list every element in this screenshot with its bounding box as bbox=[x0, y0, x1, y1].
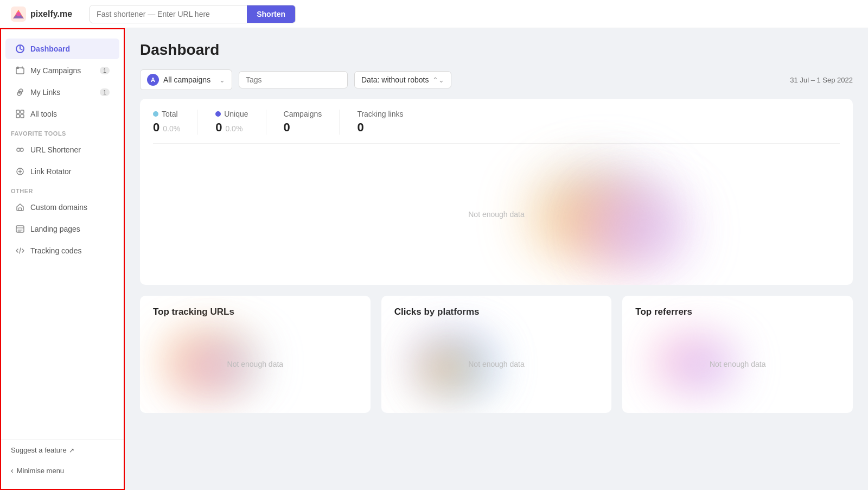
stat-tracking-label: Tracking links bbox=[357, 110, 403, 118]
sidebar-label-custom-domains: Custom domains bbox=[30, 203, 87, 212]
svg-point-3 bbox=[16, 12, 21, 16]
stat-unique: Unique 0 0.0% bbox=[215, 110, 266, 135]
sidebar: Dashboard My Campaigns 1 bbox=[0, 28, 125, 490]
date-range: 31 Jul – 1 Sep 2022 bbox=[790, 76, 853, 84]
sidebar-item-link-rotator[interactable]: Link Rotator bbox=[5, 161, 119, 182]
card2-blob-orange bbox=[416, 345, 476, 391]
suggest-feature-link[interactable]: Suggest a feature ↗ bbox=[11, 446, 114, 454]
minimise-menu-button[interactable]: ‹ Minimise menu bbox=[1, 461, 124, 480]
stat-campaigns: Campaigns 0 bbox=[284, 110, 340, 135]
sidebar-item-custom-domains[interactable]: Custom domains bbox=[5, 197, 119, 218]
layout: Dashboard My Campaigns 1 bbox=[0, 28, 868, 490]
sidebar-label-all-tools: All tools bbox=[30, 110, 57, 118]
svg-rect-6 bbox=[16, 67, 19, 69]
sidebar-item-tracking-codes[interactable]: Tracking codes bbox=[5, 240, 119, 261]
favorite-tools-section-label: FAVORITE TOOLS bbox=[1, 125, 124, 139]
stat-unique-label: Unique bbox=[215, 110, 248, 118]
sidebar-label-url-shortener: URL Shortener bbox=[30, 145, 81, 154]
sidebar-label-link-rotator: Link Rotator bbox=[30, 167, 71, 176]
stat-unique-value: 0 0.0% bbox=[215, 120, 248, 135]
tracking-codes-icon bbox=[15, 246, 25, 256]
links-icon bbox=[15, 87, 25, 97]
data-select[interactable]: Data: without robots ⌃⌄ bbox=[354, 71, 451, 88]
svg-rect-8 bbox=[21, 110, 24, 113]
all-tools-icon bbox=[15, 109, 25, 119]
not-enough-data-label: Not enough data bbox=[468, 210, 525, 219]
chevron-up-down-icon: ⌃⌄ bbox=[432, 76, 444, 84]
shorten-button[interactable]: Shorten bbox=[247, 5, 295, 23]
total-dot bbox=[153, 111, 158, 117]
campaign-select[interactable]: A All campaigns ⌄ bbox=[140, 69, 232, 90]
chart-blob-lavender bbox=[599, 198, 686, 263]
unique-dot bbox=[215, 111, 221, 117]
stat-tracking: Tracking links 0 bbox=[357, 110, 420, 135]
main-chart-area: Not enough data bbox=[153, 155, 840, 274]
sidebar-label-dashboard: Dashboard bbox=[30, 44, 70, 53]
external-link-icon: ↗ bbox=[69, 447, 74, 454]
top-referrers-title: Top referrers bbox=[635, 307, 840, 317]
custom-domains-icon bbox=[15, 202, 25, 212]
sidebar-bottom: Suggest a feature ↗ bbox=[1, 439, 124, 461]
sidebar-item-my-links[interactable]: My Links 1 bbox=[5, 82, 119, 103]
logo-icon bbox=[11, 7, 26, 22]
url-input[interactable] bbox=[90, 5, 247, 23]
stats-card: Total 0 0.0% Unique 0 0.0% bbox=[140, 99, 853, 285]
svg-rect-9 bbox=[16, 114, 20, 118]
campaign-avatar: A bbox=[147, 74, 159, 86]
sidebar-label-my-campaigns: My Campaigns bbox=[30, 66, 81, 75]
chevron-down-icon: ⌄ bbox=[219, 76, 225, 84]
minimise-label: Minimise menu bbox=[17, 467, 64, 475]
tags-input[interactable] bbox=[239, 71, 348, 88]
bottom-cards-row: Top tracking URLs Not enough data Clicks… bbox=[140, 296, 853, 413]
stat-campaigns-label: Campaigns bbox=[284, 110, 322, 118]
stat-total-value: 0 0.0% bbox=[153, 120, 180, 135]
card1-not-enough: Not enough data bbox=[227, 360, 284, 368]
topbar: pixelfy.me Shorten bbox=[0, 0, 868, 28]
stats-row: Total 0 0.0% Unique 0 0.0% bbox=[153, 110, 840, 144]
sidebar-item-landing-pages[interactable]: Landing pages bbox=[5, 219, 119, 239]
clicks-by-platforms-card: Clicks by platforms Not enough data bbox=[381, 296, 612, 413]
unique-pct: 0.0% bbox=[225, 124, 242, 133]
campaigns-icon bbox=[15, 66, 25, 75]
sidebar-item-url-shortener[interactable]: URL Shortener bbox=[5, 139, 119, 160]
sidebar-item-my-campaigns[interactable]: My Campaigns 1 bbox=[5, 60, 119, 81]
top-referrers-chart: Not enough data bbox=[635, 326, 840, 402]
url-shortener-icon bbox=[15, 145, 25, 155]
link-rotator-icon bbox=[15, 167, 25, 176]
clicks-by-platforms-title: Clicks by platforms bbox=[394, 307, 599, 317]
filters-row: A All campaigns ⌄ Data: without robots ⌃… bbox=[140, 69, 853, 90]
top-tracking-urls-card: Top tracking URLs Not enough data bbox=[140, 296, 371, 413]
stat-campaigns-value: 0 bbox=[284, 120, 322, 135]
sidebar-label-landing-pages: Landing pages bbox=[30, 225, 80, 233]
my-links-badge: 1 bbox=[100, 88, 110, 96]
svg-rect-10 bbox=[21, 114, 24, 118]
stat-total-label: Total bbox=[153, 110, 180, 118]
dashboard-icon bbox=[15, 44, 25, 54]
other-section-label: OTHER bbox=[1, 182, 124, 196]
stat-total: Total 0 0.0% bbox=[153, 110, 198, 135]
top-referrers-card: Top referrers Not enough data bbox=[622, 296, 853, 413]
campaign-label: All campaigns bbox=[163, 75, 210, 84]
card2-not-enough: Not enough data bbox=[468, 360, 525, 368]
logo-text: pixelfy.me bbox=[30, 9, 72, 19]
suggest-feature-label: Suggest a feature bbox=[11, 446, 67, 454]
top-tracking-urls-chart: Not enough data bbox=[153, 326, 358, 402]
top-tracking-urls-title: Top tracking URLs bbox=[153, 307, 358, 317]
chevron-left-icon: ‹ bbox=[11, 466, 14, 475]
total-pct: 0.0% bbox=[163, 124, 180, 133]
sidebar-label-tracking-codes: Tracking codes bbox=[30, 246, 81, 255]
sidebar-label-my-links: My Links bbox=[30, 88, 60, 97]
my-campaigns-badge: 1 bbox=[100, 67, 110, 74]
data-label: Data: without robots bbox=[361, 75, 429, 84]
sidebar-item-dashboard[interactable]: Dashboard bbox=[5, 39, 119, 59]
card3-not-enough: Not enough data bbox=[710, 360, 766, 368]
logo: pixelfy.me bbox=[11, 7, 72, 22]
url-input-wrap: Shorten bbox=[90, 5, 296, 23]
page-title: Dashboard bbox=[140, 41, 853, 59]
stat-tracking-value: 0 bbox=[357, 120, 403, 135]
landing-pages-icon bbox=[15, 224, 25, 234]
main-content: Dashboard A All campaigns ⌄ Data: withou… bbox=[125, 28, 868, 490]
clicks-by-platforms-chart: Not enough data bbox=[394, 326, 599, 402]
svg-rect-7 bbox=[16, 110, 20, 113]
sidebar-item-all-tools[interactable]: All tools bbox=[5, 104, 119, 124]
